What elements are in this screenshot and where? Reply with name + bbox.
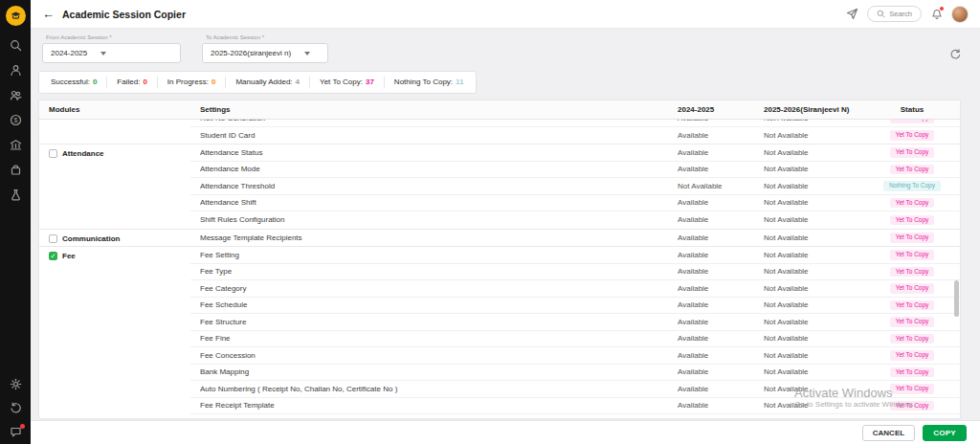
from-session-cell: Available <box>678 165 764 173</box>
settings-gear-icon[interactable] <box>10 378 22 390</box>
col-modules: Modules <box>39 105 190 114</box>
vertical-scrollbar[interactable] <box>954 280 959 317</box>
table-row: Attendance ShiftAvailableNot AvailableYe… <box>190 195 960 212</box>
bag-icon[interactable] <box>10 164 22 176</box>
col-status: Status <box>864 105 960 114</box>
module-cell: Attendance <box>39 144 190 229</box>
status-cell: Yet To Copy <box>864 165 960 175</box>
bell-icon[interactable] <box>930 8 943 20</box>
lab-icon[interactable] <box>10 189 22 201</box>
module-cell: Communication <box>39 230 190 247</box>
to-session-cell: Not Available <box>764 351 864 360</box>
status-badge: Yet To Copy <box>890 283 935 294</box>
search-placeholder: Search <box>889 10 912 18</box>
chevron-down-icon <box>100 52 106 56</box>
table-row: Student ID CardAvailableNot AvailableYet… <box>190 127 960 144</box>
status-badge: Yet To Copy <box>890 215 935 226</box>
from-session-value: 2024-2025 <box>51 49 87 57</box>
sidebar-nav: $ <box>10 39 22 201</box>
institution-icon[interactable] <box>10 139 22 151</box>
table-row: Fee ConcessionAvailableNot AvailableYet … <box>190 347 960 365</box>
setting-cell: Fee Challan Template <box>190 418 678 419</box>
cancel-button[interactable]: CANCEL <box>862 425 915 441</box>
payments-icon[interactable]: $ <box>10 114 22 126</box>
status-badge: Nothing To Copy <box>883 181 941 191</box>
module-checkbox[interactable]: ✓ <box>49 252 57 260</box>
to-session-label: To Academic Session * <box>202 34 328 41</box>
users-icon[interactable] <box>10 89 22 101</box>
from-session-cell: Available <box>678 120 764 122</box>
to-session-cell: Not Available <box>764 233 864 242</box>
status-cell: Yet To Copy <box>864 283 960 294</box>
main-area: ← Academic Session Copier Search From Ac… <box>31 0 980 444</box>
from-session-select[interactable]: 2024-2025 <box>42 43 181 63</box>
col-to-session: 2025-2026(Siranjeevi N) <box>764 105 864 114</box>
module-checkbox[interactable] <box>49 149 57 158</box>
table-header: Modules Settings 2024-2025 2025-2026(Sir… <box>39 100 960 120</box>
profile-icon[interactable] <box>10 64 22 77</box>
from-session-cell: Available <box>678 251 764 259</box>
setting-cell: Attendance Mode <box>190 165 678 173</box>
summary-nothing-to-copy-value: 11 <box>456 77 463 88</box>
status-cell: Yet To Copy <box>864 147 960 158</box>
table-row: Fee Challan TemplateAvailableNot Availab… <box>190 414 960 419</box>
table-row: Shift Rules ConfigurationAvailableNot Av… <box>190 211 960 229</box>
history-icon[interactable] <box>10 402 22 414</box>
setting-cell: Bank Mapping <box>190 367 678 376</box>
module-rows: Attendance StatusAvailableNot AvailableY… <box>190 144 960 229</box>
summary-failed: Failed:0 <box>107 77 157 88</box>
from-session-cell: Available <box>678 215 764 224</box>
summary-manually-added: Manually Added:4 <box>226 77 310 88</box>
setting-cell: Fee Schedule <box>190 300 678 309</box>
support-icon[interactable] <box>10 426 22 438</box>
to-session-group: To Academic Session * 2025-2026(siranjee… <box>202 34 328 63</box>
table-row: Fee CategoryAvailableNot AvailableYet To… <box>190 280 960 298</box>
status-cell: Yet To Copy <box>864 401 960 411</box>
session-filter-bar: From Academic Session * 2024-2025 To Aca… <box>31 29 980 67</box>
status-cell: Yet To Copy <box>864 384 960 394</box>
setting-cell: Fee Receipt Template <box>190 401 678 410</box>
module-group: AttendanceAttendance StatusAvailableNot … <box>39 144 960 230</box>
module-label: Communication <box>62 233 120 244</box>
to-session-cell: Not Available <box>764 131 864 140</box>
app-logo-icon[interactable] <box>6 6 26 26</box>
refresh-icon[interactable] <box>948 48 961 60</box>
setting-cell: Fee Concession <box>190 351 678 360</box>
to-session-cell: Not Available <box>764 148 864 157</box>
status-badge: Yet To Copy <box>890 267 935 278</box>
from-session-cell: Available <box>678 131 764 140</box>
send-icon[interactable] <box>846 8 858 20</box>
summary-wrap: Successful:0 Failed:0 In Progress:0 Manu… <box>31 67 980 94</box>
status-badge: Yet To Copy <box>890 317 935 327</box>
setting-cell: Fee Fine <box>190 334 678 343</box>
from-session-cell: Available <box>678 351 764 360</box>
app-window: $ ← Academic Session Copier Search <box>0 0 980 444</box>
to-session-cell: Not Available <box>764 267 864 276</box>
to-session-cell: Not Available <box>764 198 864 207</box>
global-search-input[interactable]: Search <box>867 6 922 22</box>
summary-inprogress-value: 0 <box>212 77 215 88</box>
to-session-select[interactable]: 2025-2026(siranjeevi n) <box>202 43 328 63</box>
module-cell <box>39 120 190 144</box>
from-session-cell: Available <box>678 284 764 293</box>
status-badge: Yet To Copy <box>890 367 935 378</box>
status-badge: Yet To Copy <box>890 334 935 344</box>
copy-button[interactable]: COPY <box>923 425 967 441</box>
settings-table: Modules Settings 2024-2025 2025-2026(Sir… <box>38 100 961 419</box>
to-session-cell: Not Available <box>764 165 864 173</box>
to-session-cell: Not Available <box>764 401 864 410</box>
status-cell: Nothing To Copy <box>864 181 960 191</box>
from-session-cell: Available <box>678 148 764 157</box>
from-session-cell: Available <box>678 401 764 410</box>
setting-cell: Attendance Threshold <box>190 182 678 190</box>
back-arrow-icon[interactable]: ← <box>42 8 55 20</box>
col-from-session: 2024-2025 <box>678 105 764 114</box>
table-row: Attendance StatusAvailableNot AvailableY… <box>190 144 960 162</box>
from-session-cell: Available <box>678 367 764 376</box>
search-icon[interactable] <box>10 39 22 52</box>
status-cell: Yet To Copy <box>864 130 960 141</box>
summary-yet-to-copy-value: 37 <box>366 77 374 88</box>
module-label: Fee <box>62 251 76 261</box>
module-checkbox[interactable] <box>49 234 57 243</box>
user-avatar[interactable] <box>951 6 969 23</box>
